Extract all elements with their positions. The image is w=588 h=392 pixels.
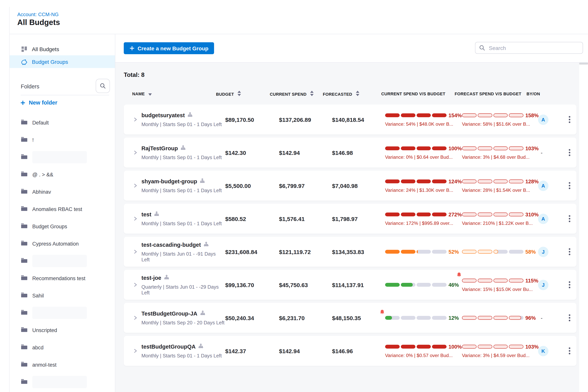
budget-group-name[interactable]: test-cascading-budget (142, 242, 201, 248)
folder-item[interactable] (10, 152, 115, 163)
folder-item[interactable]: Cypress Automation (10, 238, 115, 250)
owner-avatar[interactable]: A (538, 214, 548, 224)
sort-icon[interactable] (310, 91, 314, 97)
sidebar-item-budget-groups[interactable]: Budget Groups (10, 55, 115, 68)
forecast-variance-text: Variance: 210% | $1.22K over B... (462, 220, 536, 226)
owner-avatar[interactable]: A (538, 180, 548, 191)
forecast-vs-budget-cell: 103% Variance: 3% | $4.59 over Bud... (462, 344, 536, 358)
sidebar-item-all-budgets[interactable]: All Budgets (10, 43, 115, 55)
table-row[interactable]: test-joe Quarterly | Starts Jun 01 - -29… (124, 270, 576, 300)
column-header-by-on: BY/ON (526, 92, 554, 96)
folder-name: ! (32, 137, 34, 143)
hierarchy-icon (188, 112, 192, 119)
forecasted-amount: $140,818.54 (332, 116, 385, 123)
folder-item[interactable]: ! (10, 134, 115, 146)
folder-item[interactable]: anmol-test (10, 359, 115, 370)
expand-chevron-icon[interactable] (133, 216, 142, 221)
folder-name (32, 255, 87, 267)
table-row[interactable]: test Monthly | Starts Sep 01 - 1 Days Le… (124, 204, 576, 234)
owner-avatar[interactable]: J (538, 246, 548, 257)
folder-name: Anomalies RBAC test (32, 206, 82, 212)
budget-group-name[interactable]: RajTestGroup (142, 145, 178, 152)
hierarchy-icon (204, 241, 208, 248)
forecast-vs-budget-bar (462, 146, 524, 150)
main-panel: Create a new Budget Group Total: 8 NAME … (115, 34, 588, 392)
folder-item[interactable] (10, 376, 115, 388)
folder-icon (21, 136, 28, 144)
hierarchy-icon (164, 274, 169, 281)
dashboard-grid-icon (21, 46, 28, 52)
expand-chevron-icon[interactable] (133, 348, 142, 353)
row-menu-button[interactable] (566, 213, 572, 224)
column-header-name[interactable]: NAME (132, 91, 216, 96)
current-vs-budget-cell: 100% Variance: 0% | $0.57 over Bud... (385, 344, 462, 358)
expand-chevron-icon[interactable] (133, 250, 142, 254)
menu-cell (563, 114, 576, 125)
table-row[interactable]: testBudgetGroupQA Monthly | Starts Sep 0… (124, 336, 576, 366)
folder-item[interactable]: abcd (10, 342, 115, 353)
column-header-budget[interactable]: BUDGET (216, 91, 270, 97)
column-header-current-spend[interactable]: CURRENT SPEND (270, 91, 323, 97)
expand-chevron-icon[interactable] (133, 183, 142, 188)
menu-cell (563, 246, 576, 258)
row-menu-button[interactable] (566, 147, 572, 158)
column-header-forecasted[interactable]: FORECASTED (323, 91, 376, 97)
sort-icon[interactable] (356, 91, 359, 97)
hierarchy-icon (181, 145, 186, 152)
new-folder-button[interactable]: New folder (20, 100, 57, 106)
current-vs-budget-percent: 100% (448, 344, 462, 350)
budget-group-name[interactable]: testBudgetGroupQA (142, 344, 196, 350)
table-row[interactable]: shyam-budget-group Monthly | Starts Sep … (124, 171, 576, 200)
folder-item[interactable]: Default (10, 117, 115, 128)
table-row[interactable]: TestBudgetGroup-JA Monthly | Starts Sep … (124, 303, 576, 333)
folder-item[interactable]: Sahil (10, 290, 115, 301)
sort-desc-icon[interactable] (148, 92, 152, 96)
row-menu-button[interactable] (566, 279, 572, 290)
expand-chevron-icon[interactable] (133, 150, 142, 155)
current-vs-budget-cell: 46% (385, 282, 462, 288)
row-menu-button[interactable] (566, 180, 572, 192)
budget-group-name[interactable]: TestBudgetGroup-JA (142, 310, 197, 317)
owner-avatar[interactable]: K (538, 346, 548, 356)
folder-item[interactable] (10, 307, 115, 318)
table-row[interactable]: budgetsuryatest Monthly | Starts Sep 01 … (124, 104, 576, 134)
folder-search-button[interactable] (96, 79, 110, 93)
budget-group-name[interactable]: budgetsuryatest (142, 112, 185, 118)
menu-cell (563, 147, 576, 158)
folder-icon (21, 326, 28, 334)
folder-item[interactable]: Unscripted (10, 324, 115, 336)
folder-item[interactable] (10, 255, 115, 267)
folder-item[interactable]: @ . > && (10, 169, 115, 180)
row-menu-button[interactable] (566, 312, 572, 324)
budget-group-name[interactable]: test (142, 211, 152, 218)
row-menu-button[interactable] (566, 246, 572, 258)
table-row[interactable]: RajTestGroup Monthly | Starts Sep 01 - 1… (124, 138, 576, 168)
folder-icon (21, 206, 28, 213)
account-breadcrumb[interactable]: Account: CCM-NG (17, 12, 58, 17)
search-input[interactable] (488, 44, 579, 51)
owner-avatar[interactable]: A (538, 114, 548, 125)
row-menu-button[interactable] (566, 345, 572, 357)
create-budget-group-button[interactable]: Create a new Budget Group (124, 42, 214, 54)
folder-item[interactable]: Budget Groups (10, 220, 115, 232)
folder-name: Cypress Automation (32, 241, 79, 246)
search-icon (479, 45, 485, 51)
budget-group-name[interactable]: shyam-budget-group (142, 178, 197, 184)
current-vs-budget-bar (385, 146, 446, 150)
scrollbar-thumb[interactable] (579, 63, 588, 64)
expand-chevron-icon[interactable] (133, 282, 142, 287)
table-row[interactable]: test-cascading-budget Monthly | Starts J… (124, 237, 576, 267)
folder-item[interactable]: Recommendations test (10, 272, 115, 284)
expand-chevron-icon[interactable] (133, 117, 142, 122)
folder-icon (21, 344, 28, 351)
folder-item[interactable]: Abhinav (10, 186, 115, 198)
row-menu-button[interactable] (566, 114, 572, 125)
budget-group-name[interactable]: test-joe (142, 274, 161, 281)
forecasted-amount: $1,798.97 (332, 216, 385, 222)
by-on-cell: K (536, 346, 563, 356)
owner-avatar[interactable]: J (538, 280, 548, 290)
sort-icon[interactable] (238, 91, 241, 97)
folder-item[interactable]: Anomalies RBAC test (10, 203, 115, 215)
hierarchy-icon (198, 343, 203, 350)
expand-chevron-icon[interactable] (133, 316, 142, 320)
